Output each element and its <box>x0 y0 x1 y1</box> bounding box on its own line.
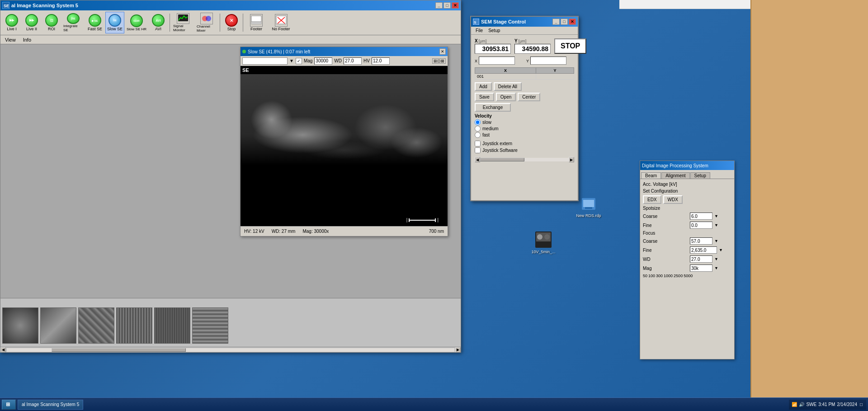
thumbnail-1[interactable] <box>2 307 38 344</box>
mag-opt-2500: 2500 <box>674 274 683 278</box>
delete-all-button[interactable]: Delete All <box>494 82 522 91</box>
thumbnail-2[interactable] <box>40 307 76 344</box>
mag-field-value[interactable]: 30k <box>690 265 712 272</box>
focus-coarse-value[interactable]: 57.0 <box>690 237 712 245</box>
avi-button[interactable]: AVI AVI <box>149 12 168 33</box>
new-rds-icon[interactable]: New RDS.rdp <box>574 194 603 218</box>
scroll-left[interactable]: ◀ <box>0 347 6 353</box>
edx-button[interactable]: EDX <box>643 195 661 204</box>
separator1 <box>170 14 170 32</box>
taskbar-time: 3:41 PM <box>818 402 835 407</box>
joystick-extern-checkbox[interactable] <box>475 141 481 146</box>
tray-show-desktop[interactable]: □ <box>859 402 863 407</box>
tab-beam[interactable]: Beam <box>641 172 661 179</box>
se-label-bar: SE <box>241 66 448 74</box>
sem-image-close-button[interactable]: ✕ <box>439 48 446 55</box>
tab-setup[interactable]: Setup <box>690 172 710 179</box>
slow-se-button[interactable]: SE Slow SE <box>105 12 124 33</box>
live1-button[interactable]: ▶▶ Live I <box>2 12 21 33</box>
fine-value[interactable]: 0.0 <box>690 222 712 229</box>
velocity-slow-label: slow <box>482 120 491 125</box>
footer-button[interactable]: Footer <box>245 12 268 33</box>
sem-app-title: al Image Scanning System 5 <box>11 3 78 8</box>
velocity-slow-row: slow <box>475 119 574 125</box>
thumbnail-3[interactable] <box>78 307 114 344</box>
taskbar-sem-app[interactable]: al Image Scanning System 5 <box>18 400 83 410</box>
thumbnail-4[interactable] <box>116 307 152 344</box>
fast-se-button[interactable]: ▶SE Fast SE <box>85 12 104 33</box>
integrate-se-button[interactable]: ∫SE Integrate SE <box>62 12 85 33</box>
taskbar: ⊞ al Image Scanning System 5 📶 🔊 SWE 3:4… <box>0 397 868 411</box>
wd-value: 27.0 <box>344 57 362 65</box>
svg-point-19 <box>544 234 550 240</box>
fine-dropdown[interactable]: ▼ <box>714 223 718 227</box>
coarse-dropdown[interactable]: ▼ <box>714 214 718 218</box>
channel-input[interactable] <box>242 57 288 65</box>
sem-data-icon[interactable]: 10V_5min_... <box>529 231 558 254</box>
scroll-right[interactable]: ▶ <box>455 347 461 353</box>
mag-dropdown[interactable]: ▼ <box>714 266 718 270</box>
wd-field-value[interactable]: 27.0 <box>690 255 712 263</box>
live2-button[interactable]: ▶▶ Live II <box>22 12 41 33</box>
thumbnail-6[interactable] <box>192 307 228 344</box>
thumbnail-scrollbar[interactable]: ◀ ▶ <box>0 347 461 352</box>
stage-minimize[interactable]: _ <box>552 19 560 25</box>
restore-button[interactable]: □ <box>443 2 451 9</box>
add-button[interactable]: Add <box>475 82 492 91</box>
center-button[interactable]: Center <box>518 93 540 101</box>
stage-menu-file[interactable]: File <box>473 28 486 33</box>
exchange-button[interactable]: Exchange <box>475 103 511 112</box>
menu-info[interactable]: Info <box>20 36 34 43</box>
table-header-y: Y <box>536 68 574 74</box>
roi-button[interactable]: ⊡ ROI <box>42 12 61 33</box>
velocity-fast-radio[interactable] <box>475 132 481 138</box>
menu-view[interactable]: View <box>2 36 19 43</box>
slow-se-hr-button[interactable]: SEHR Slow SE HR <box>125 12 148 33</box>
velocity-group: Velocity slow medium fast <box>475 113 574 138</box>
stop-button[interactable]: ✕ Stop <box>222 12 241 33</box>
roi-label: ROI <box>48 27 55 31</box>
tab-alignment[interactable]: Alignment <box>661 172 689 179</box>
coarse-value[interactable]: 6.0 <box>690 213 712 220</box>
exchange-row: Exchange <box>475 103 574 112</box>
stage-scroll-track[interactable] <box>480 158 569 161</box>
joystick-software-checkbox[interactable] <box>475 147 481 153</box>
hv-value: 12.0 <box>372 57 390 65</box>
close-button[interactable]: ✕ <box>452 2 459 9</box>
new-rds-label: New RDS.rdp <box>576 213 601 218</box>
svg-text:SE: SE <box>4 4 9 8</box>
focus-coarse-dropdown[interactable]: ▼ <box>714 239 718 243</box>
thumbnail-5[interactable] <box>154 307 190 344</box>
velocity-medium-radio[interactable] <box>475 126 481 132</box>
stage-close[interactable]: ✕ <box>569 19 576 25</box>
x-input[interactable] <box>479 57 515 65</box>
mag-info: Mag: 30000x <box>302 229 329 234</box>
stop-stage-button[interactable]: STOP <box>554 38 586 54</box>
stage-menubar: File Setup <box>471 27 578 35</box>
focus-fine-value[interactable]: 2,635.0 <box>690 246 717 254</box>
scroll-thumb[interactable] <box>52 348 186 352</box>
stage-scroll-right[interactable]: ▶ <box>569 157 574 162</box>
stage-scroll-left[interactable]: ◀ <box>475 157 480 162</box>
channel-mixer-button[interactable]: Channel Mixer <box>195 12 218 33</box>
stage-menu-setup[interactable]: Setup <box>486 28 503 33</box>
stage-scroll-thumb[interactable] <box>480 158 524 161</box>
svg-text:S: S <box>474 20 476 24</box>
start-button[interactable]: ⊞ <box>2 400 16 410</box>
y-input[interactable] <box>530 57 566 65</box>
wd-dropdown[interactable]: ▼ <box>714 257 718 261</box>
velocity-slow-radio[interactable] <box>475 119 481 125</box>
channel-mixer-label: Channel Mixer <box>197 24 217 33</box>
save-button[interactable]: Save <box>475 93 494 101</box>
wdx-button[interactable]: WDX <box>663 195 683 204</box>
system-tray: 📶 🔊 SWE 3:41 PM 2/14/2024 □ <box>789 400 866 410</box>
minimize-button[interactable]: _ <box>435 2 443 9</box>
signal-monitor-button[interactable]: Signal Monitor <box>172 12 194 33</box>
no-footer-icon <box>275 14 288 27</box>
focus-fine-dropdown[interactable]: ▼ <box>719 248 723 252</box>
no-footer-button[interactable]: No Footer <box>269 12 293 33</box>
open-button[interactable]: Open <box>496 93 516 101</box>
scroll-track[interactable] <box>7 348 454 352</box>
image-controls[interactable]: ⊞⊡⊠ <box>432 58 446 64</box>
stage-restore[interactable]: □ <box>561 19 568 25</box>
